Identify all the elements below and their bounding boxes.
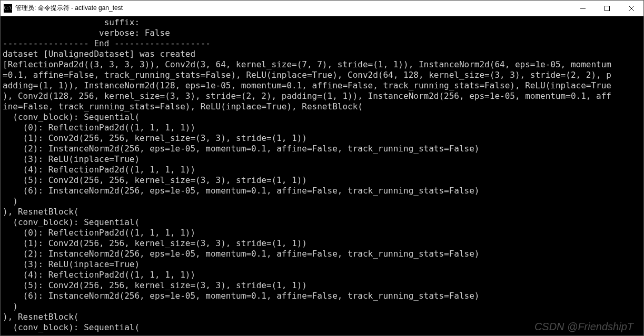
cmd-icon [4, 4, 12, 13]
close-button[interactable] [619, 1, 643, 16]
minimize-button[interactable] [571, 1, 595, 16]
titlebar[interactable]: 管理员: 命令提示符 - activate gan_test [1, 1, 643, 16]
close-icon [629, 6, 634, 11]
window-controls [571, 1, 643, 16]
maximize-icon [605, 6, 610, 11]
minimize-icon [580, 6, 586, 11]
svg-rect-1 [605, 6, 610, 11]
maximize-button[interactable] [595, 1, 619, 16]
terminal-output[interactable]: suffix: verbose: False -----------------… [1, 16, 643, 335]
window-title: 管理员: 命令提示符 - activate gan_test [15, 4, 571, 13]
window: 管理员: 命令提示符 - activate gan_test suffix: v… [0, 0, 644, 336]
